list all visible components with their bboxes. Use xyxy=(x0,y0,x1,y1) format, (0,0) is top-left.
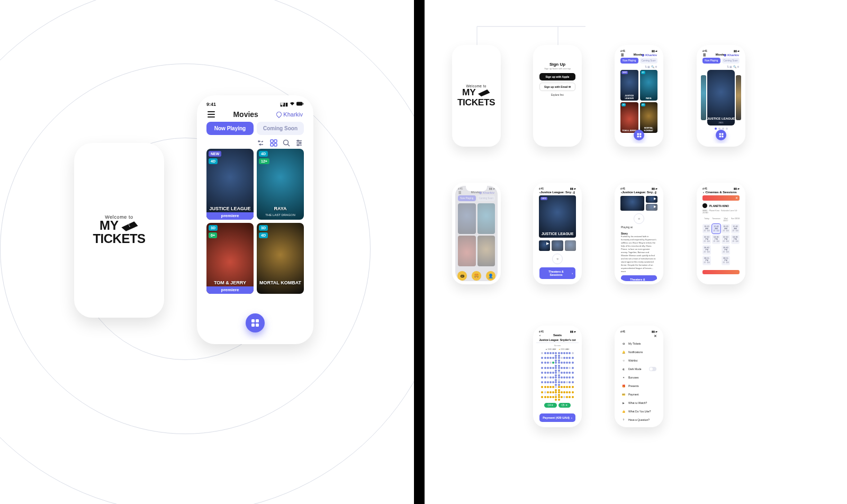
menu-icon: 🔔 xyxy=(621,350,626,354)
menu-item[interactable]: ◐Dark Mode xyxy=(618,365,660,373)
svg-rect-18 xyxy=(256,323,259,327)
menu-item[interactable]: 👍What Do You Like? xyxy=(618,407,660,416)
svg-point-13 xyxy=(300,142,301,144)
session-slot[interactable]: 02:10 PM2D · $10 xyxy=(722,235,730,244)
menu-item[interactable]: ?Have a Question? xyxy=(618,416,660,424)
session-slot[interactable]: 06:40 PM2D · $10 xyxy=(702,245,711,255)
svg-rect-6 xyxy=(274,143,277,146)
seat-map[interactable] xyxy=(536,352,579,401)
wifi-icon xyxy=(290,102,295,107)
svg-rect-38 xyxy=(722,133,723,134)
fab-option-2[interactable]: 🍔 xyxy=(471,271,482,281)
fab-discover[interactable] xyxy=(246,313,265,332)
brand-logo: Welcome to MY TICKETS xyxy=(93,214,145,247)
menu-label: Presents xyxy=(628,384,639,388)
menu-label: Notifications xyxy=(628,350,643,354)
session-slot[interactable]: 08:55 PM2D · $10 xyxy=(722,256,730,265)
filter-icon[interactable] xyxy=(295,139,303,147)
cinema-name: PLANETA KINO xyxy=(709,204,729,208)
carousel-sub: 2021 xyxy=(707,121,735,124)
signup-email-button[interactable]: Sign up with Email ✉ xyxy=(539,83,575,91)
dark-mode-toggle[interactable] xyxy=(649,367,656,371)
session-slot[interactable]: 02:10 PM2D · $10 xyxy=(702,235,711,244)
tab-now-playing[interactable]: Now Playing xyxy=(206,122,254,135)
session-slot[interactable]: 10:20 AM2D · $10 xyxy=(702,224,711,233)
bookmark-button[interactable]: ☆ xyxy=(552,254,563,264)
menu-icon: ☆ xyxy=(621,358,626,363)
movie-poster[interactable]: 3D0+TOM & JERRYpremiere xyxy=(206,223,254,294)
playing-at-label: Playing at xyxy=(618,225,660,229)
session-slot[interactable]: 10:20 AM2D · $10 xyxy=(722,224,730,233)
menu-label: What to Watch? xyxy=(628,401,647,404)
menu-item[interactable]: 🎟My Tickets xyxy=(618,339,660,348)
menu-icon: ? xyxy=(621,418,626,422)
bookmark-button[interactable]: ☆ xyxy=(634,213,644,224)
theaters-label: Theaters & Sessions xyxy=(542,270,570,276)
search-icon[interactable] xyxy=(283,139,290,147)
tab-now-playing[interactable]: Now Playing xyxy=(620,58,638,64)
fab-option-1[interactable]: 🎟 xyxy=(457,271,467,281)
close-icon[interactable]: ✕ xyxy=(654,334,657,338)
phone-movies: 9:41 ▮▮▮ Movies Kharkiv xyxy=(197,95,313,344)
session-slot[interactable]: 06:40 PM2D · $10 xyxy=(722,245,730,255)
menu-item[interactable]: 🎁Presents xyxy=(618,382,660,390)
menu-icon: 💳 xyxy=(621,392,626,397)
menu-icon: 🎟 xyxy=(621,341,626,346)
svg-rect-34 xyxy=(639,133,641,134)
thumb-sessions: 9:41▮▮ ▰ ‹Cinemas & Sessions ✕ PLANETA K… xyxy=(697,183,745,284)
signup-title: Sign Up xyxy=(536,62,579,67)
brand-word-my: MY xyxy=(100,220,119,232)
thumb-movies-carousel: 9:41▮▮ ▰ ☰Movies◉ Kharkiv Now PlayingCom… xyxy=(697,45,745,147)
signup-apple-button[interactable]: Sign up with Apple xyxy=(539,73,575,80)
theaters-label: Theaters & Sessions xyxy=(624,278,652,281)
svg-rect-4 xyxy=(274,140,277,142)
menu-button[interactable] xyxy=(208,111,215,118)
tab-coming-soon[interactable]: Coming Soon xyxy=(722,58,740,64)
svg-rect-16 xyxy=(256,319,259,322)
location-button[interactable]: Kharkiv xyxy=(276,111,303,118)
tab-now-playing[interactable]: Now Playing xyxy=(702,58,720,64)
menu-label: What Do You Like? xyxy=(628,410,651,413)
menu-item[interactable]: 💳Payment xyxy=(618,390,660,399)
carousel-title: JUSTICE LEAGUE xyxy=(707,117,735,120)
theaters-button[interactable]: Theaters & Sessions› xyxy=(621,275,657,281)
menu-item[interactable]: ✦Bonuses xyxy=(618,373,660,382)
menu-item[interactable]: 🔔Notifications xyxy=(618,348,660,356)
fab-discover[interactable] xyxy=(716,130,726,140)
tab-coming-soon[interactable]: Coming Soon xyxy=(640,58,658,64)
theaters-button[interactable]: Theaters & Sessions› xyxy=(539,267,575,279)
session-slot[interactable]: 12:40 AM2D · $10 xyxy=(731,224,740,233)
phone-welcome: Welcome to MY TICKETS xyxy=(74,143,164,318)
svg-rect-33 xyxy=(637,133,638,134)
movie-poster[interactable]: NEW4DJUSTICE LEAGUEpremiere xyxy=(206,149,254,220)
thumb-movies-grid: 9:41▮▮ ▰ ☰Movies◉ Kharkiv Now PlayingCom… xyxy=(615,45,663,147)
payment-button[interactable]: Payment (420 UAH)› xyxy=(539,413,575,422)
svg-line-8 xyxy=(288,145,290,147)
session-slot[interactable]: 12:40 AM2D · $10 xyxy=(712,224,720,233)
menu-item[interactable]: ☆Wishlist xyxy=(618,356,660,365)
fab-discover[interactable] xyxy=(634,130,644,140)
movie-poster[interactable]: 3D4DMORTAL KOMBAT xyxy=(257,223,304,294)
fab-option-3[interactable]: 👤 xyxy=(485,271,496,281)
detail-hero: NEW JUSTICE LEAGUE xyxy=(539,195,576,238)
movie-poster[interactable]: 4D12+RAYATHE LAST DRAGON xyxy=(257,149,304,220)
sort-icon[interactable] xyxy=(257,139,265,147)
legend-1: 190 UAH xyxy=(547,348,556,350)
battery-icon xyxy=(296,102,304,107)
session-table: TodayTomorrowWed 03/17Sun 03/1810:20 AM2… xyxy=(700,215,742,268)
menu-icon: ◐ xyxy=(621,367,626,371)
brand-word-my: MY xyxy=(462,88,476,96)
sel-1: C4 xyxy=(547,404,551,407)
ticket-icon xyxy=(121,220,139,231)
flow-board: Welcome to MY TICKETS Sign Up Sign up fa… xyxy=(427,0,847,504)
explore-link[interactable]: Explore first xyxy=(536,94,579,96)
session-slot[interactable]: 04:30 PM2D · $10 xyxy=(712,235,720,244)
menu-item[interactable]: ▶What to Watch? xyxy=(618,399,660,407)
grid-icon[interactable] xyxy=(270,139,277,147)
session-slot[interactable]: 04:30 PM2D · $10 xyxy=(731,235,740,244)
session-slot[interactable]: 08:55 PM2D · $10 xyxy=(702,256,711,265)
menu-label: Wishlist xyxy=(628,359,637,362)
payment-label: Payment (420 UAH) xyxy=(543,416,570,419)
tab-coming-soon[interactable]: Coming Soon xyxy=(257,122,304,135)
svg-rect-39 xyxy=(719,136,720,137)
